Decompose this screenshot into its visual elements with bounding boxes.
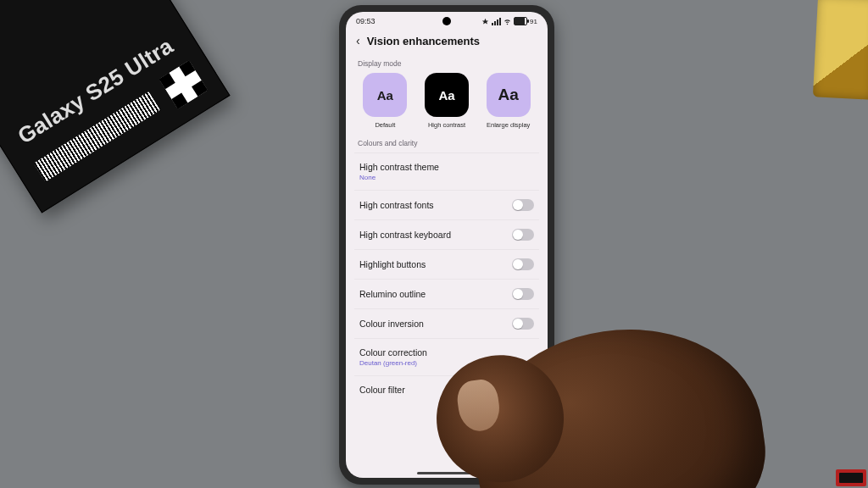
- display-mode-default[interactable]: Aa Default: [358, 73, 413, 129]
- row-value: Deutan (green-red): [359, 359, 427, 367]
- row-value: None: [359, 174, 439, 181]
- wifi-icon: [504, 18, 511, 25]
- row-label: Highlight buttons: [359, 259, 426, 269]
- display-mode-enlarge-label: Enlarge display: [481, 121, 536, 129]
- display-mode-high-contrast-chip: Aa: [425, 73, 469, 117]
- product-box: Galaxy S25 Ultra: [0, 0, 231, 214]
- toggle-high-contrast-fonts[interactable]: [512, 199, 534, 211]
- punch-hole-camera: [442, 17, 451, 25]
- row-high-contrast-keyboard[interactable]: High contrast keyboard: [354, 219, 539, 249]
- row-label: High contrast fonts: [359, 200, 434, 210]
- desk-prop: [813, 0, 868, 100]
- display-mode-enlarge-chip: Aa: [487, 73, 531, 117]
- qr-code: [159, 60, 208, 109]
- thumbnail: [455, 378, 503, 434]
- toggle-relumino-outline[interactable]: [512, 288, 534, 300]
- battery-percent: 91: [530, 18, 537, 25]
- section-display-mode: Display mode: [354, 56, 539, 73]
- row-label: High contrast keyboard: [359, 230, 451, 240]
- toggle-colour-inversion[interactable]: [512, 318, 534, 330]
- page-title: Vision enhancements: [367, 35, 480, 47]
- location-icon: [481, 18, 489, 25]
- row-label: High contrast theme: [359, 162, 439, 172]
- toggle-highlight-buttons[interactable]: [512, 258, 534, 270]
- row-high-contrast-fonts[interactable]: High contrast fonts: [354, 190, 539, 219]
- status-time: 09:53: [356, 17, 376, 25]
- toggle-high-contrast-keyboard[interactable]: [512, 229, 534, 241]
- section-colours-clarity: Colours and clarity: [354, 136, 539, 152]
- row-relumino-outline[interactable]: Relumino outline: [354, 279, 539, 308]
- watermark-logo: [836, 469, 866, 486]
- row-label: Colour correction: [359, 347, 427, 358]
- display-mode-default-label: Default: [358, 121, 413, 129]
- display-mode-enlarge[interactable]: Aa Enlarge display: [481, 73, 536, 129]
- row-label: Colour filter: [359, 385, 405, 395]
- display-mode-options: Aa Default Aa High contrast Aa Enlarge d…: [354, 73, 539, 136]
- row-high-contrast-theme[interactable]: High contrast theme None: [354, 152, 539, 190]
- row-colour-inversion[interactable]: Colour inversion: [354, 308, 539, 338]
- display-mode-high-contrast[interactable]: Aa High contrast: [420, 73, 475, 129]
- display-mode-high-contrast-label: High contrast: [420, 121, 475, 129]
- battery-icon: [514, 17, 527, 25]
- signal-icon: [492, 18, 501, 25]
- back-button[interactable]: ‹: [356, 34, 360, 47]
- row-label: Relumino outline: [359, 289, 426, 299]
- display-mode-default-chip: Aa: [363, 73, 407, 117]
- row-label: Colour inversion: [359, 319, 424, 329]
- row-highlight-buttons[interactable]: Highlight buttons: [354, 249, 539, 279]
